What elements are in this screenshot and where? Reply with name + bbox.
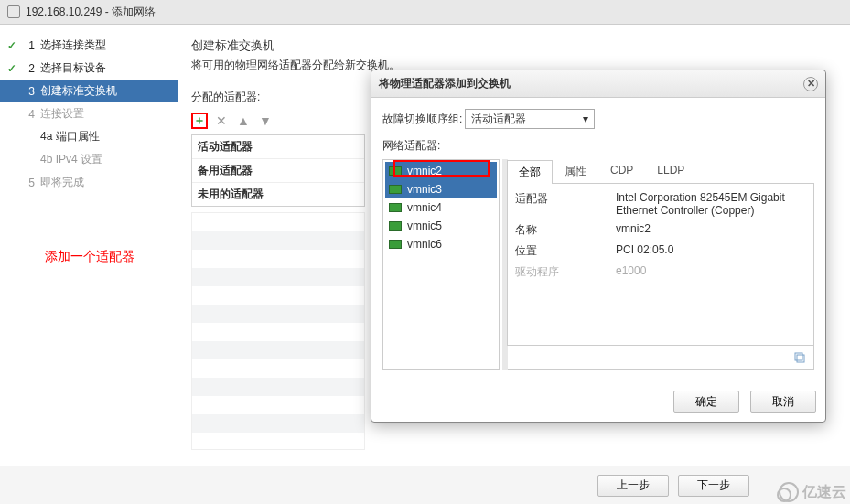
step-4b: 4b IPv4 设置 [0,148,178,171]
detail-body: 适配器Intel Corporation 82545EM Gigabit Eth… [507,184,814,346]
detail-location-label: 位置 [515,243,616,259]
detail-adapter-label: 适配器 [515,191,616,217]
step-1[interactable]: 1 选择连接类型 [0,34,178,57]
move-down-button[interactable]: ▼ [257,113,274,129]
dialog-body: 故障切换顺序组: 活动适配器 ▾ 网络适配器: vmnic2 vmnic3 vm… [371,98,825,381]
detail-tabs: 全部 属性 CDP LLDP [507,159,814,184]
add-adapter-button[interactable] [191,113,208,129]
nic-list[interactable]: vmnic2 vmnic3 vmnic4 vmnic5 vmnic6 [382,159,500,370]
close-button[interactable]: ✕ [803,77,818,91]
step-4a: 4a 端口属性 [0,125,178,148]
chevron-down-icon: ▾ [576,110,594,128]
failover-dropdown[interactable]: 活动适配器 ▾ [465,109,595,129]
nic-item-vmnic2[interactable]: vmnic2 [385,162,497,180]
nic-detail-pane: 全部 属性 CDP LLDP 适配器Intel Corporation 8254… [507,159,814,370]
nic-label: vmnic6 [407,238,442,251]
step-num: 3 [20,85,35,98]
step-num: 1 [20,39,35,52]
step-5: 5 即将完成 [0,171,178,194]
nic-item-vmnic6[interactable]: vmnic6 [385,235,497,253]
window-title: 192.168.10.249 - 添加网络 [26,5,156,20]
svg-rect-1 [797,355,804,362]
remove-adapter-button[interactable]: ✕ [213,113,230,129]
nic-icon [389,221,402,231]
nic-label: vmnic2 [407,165,442,177]
step-3[interactable]: 3 创建标准交换机 [0,80,178,102]
plus-icon [195,114,204,127]
watermark-text: 亿速云 [802,483,846,502]
detail-toolbar [507,346,814,370]
failover-group-row: 故障切换顺序组: 活动适配器 ▾ [382,109,814,129]
nic-label: vmnic5 [407,220,442,232]
detail-name-label: 名称 [515,222,616,238]
detail-driver-label: 驱动程序 [515,264,616,280]
step-label: 即将完成 [40,175,84,190]
detail-name-value: vmnic2 [616,222,806,238]
nic-icon [389,166,402,176]
watermark: 亿速云 [779,482,846,502]
detail-adapter-value: Intel Corporation 82545EM Gigabit Ethern… [616,191,806,217]
group-active[interactable]: 活动适配器 [192,135,364,159]
step-label: 创建标准交换机 [40,83,117,99]
title-bar: 192.168.10.249 - 添加网络 [0,0,850,25]
step-2[interactable]: 2 选择目标设备 [0,57,178,80]
step-label: 选择目标设备 [40,60,106,76]
add-adapter-dialog: 将物理适配器添加到交换机 ✕ 故障切换顺序组: 活动适配器 ▾ 网络适配器: v… [371,70,826,423]
page-title: 创建标准交换机 [191,38,837,54]
nic-icon [389,240,402,249]
step-num: 4 [20,108,35,121]
cancel-button[interactable]: 取消 [750,391,816,413]
nic-icon [389,203,402,212]
back-button[interactable]: 上一步 [597,475,669,497]
watermark-icon [779,482,799,502]
tab-cdp[interactable]: CDP [598,159,645,183]
copy-icon[interactable] [793,351,806,364]
nic-item-vmnic4[interactable]: vmnic4 [385,198,497,217]
wizard-steps: 1 选择连接类型 2 选择目标设备 3 创建标准交换机 4 连接设置 4a 端口… [0,25,178,464]
nic-section-label: 网络适配器: [382,138,814,154]
svg-rect-0 [795,353,802,360]
adapter-groups: 活动适配器 备用适配器 未用的适配器 [191,134,365,207]
step-num: 2 [20,62,35,75]
detail-location-value: PCI 02:05.0 [616,243,806,259]
group-standby[interactable]: 备用适配器 [192,159,364,183]
adapter-empty-area [191,212,365,450]
detail-driver-value: e1000 [616,264,806,280]
step-num: 5 [20,177,35,189]
dropdown-value: 活动适配器 [466,110,576,128]
step-4: 4 连接设置 [0,102,178,125]
dialog-footer: 确定 取消 [371,381,825,422]
nic-item-vmnic3[interactable]: vmnic3 [385,180,497,198]
next-button[interactable]: 下一步 [678,475,749,497]
nic-label: vmnic3 [407,183,442,196]
annotation-text: 添加一个适配器 [0,249,178,265]
nic-item-vmnic5[interactable]: vmnic5 [385,217,497,235]
tab-all[interactable]: 全部 [507,160,553,184]
step-label: 连接设置 [40,106,84,122]
step-label: 选择连接类型 [40,38,106,53]
nic-icon [389,185,402,194]
dialog-title: 将物理适配器添加到交换机 [379,76,511,91]
ok-button[interactable]: 确定 [673,391,739,413]
move-up-button[interactable]: ▲ [235,113,252,129]
group-unused[interactable]: 未用的适配器 [192,183,364,206]
nic-label: vmnic4 [407,201,442,214]
host-icon [7,5,20,18]
tab-properties[interactable]: 属性 [553,159,598,183]
wizard-footer: 上一步 下一步 [0,466,850,504]
dialog-header: 将物理适配器添加到交换机 ✕ [371,70,825,98]
failover-label: 故障切换顺序组: [382,112,465,127]
tab-lldp[interactable]: LLDP [645,159,696,183]
